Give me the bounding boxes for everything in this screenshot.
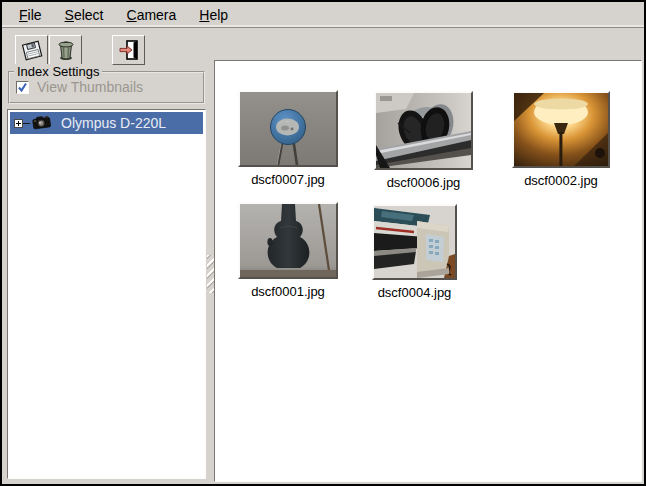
index-settings-title: Index Settings (14, 64, 102, 79)
menubar: File Select Camera Help (2, 2, 644, 28)
menu-camera[interactable]: Camera (118, 4, 186, 26)
thumbnail-item[interactable]: dscf0002.jpg (512, 91, 610, 188)
delete-button[interactable] (49, 35, 82, 65)
thumbnail-item[interactable]: dscf0006.jpg (374, 91, 473, 190)
thumbnail-filename: dscf0007.jpg (251, 172, 325, 187)
exit-button[interactable] (112, 35, 145, 65)
tree-expander-icon[interactable] (14, 119, 23, 128)
save-button[interactable] (15, 35, 48, 65)
view-thumbnails-checkbox[interactable] (16, 81, 29, 94)
app-window: File Select Camera Help (0, 0, 646, 486)
tree-item-olympus[interactable]: Olympus D-220L (10, 112, 203, 134)
view-thumbnails-label: View Thumbnails (37, 79, 143, 95)
tree-connector (23, 123, 30, 124)
thumbnail-item[interactable]: dscf0001.jpg (238, 202, 338, 299)
thumbnail-filename: dscf0004.jpg (378, 285, 452, 300)
camera-icon (31, 114, 52, 133)
menu-select[interactable]: Select (56, 4, 113, 26)
floppy-disk-icon (20, 38, 44, 62)
thumbnail-filename: dscf0006.jpg (387, 175, 461, 190)
thumbnail-item[interactable]: dscf0007.jpg (238, 90, 338, 187)
thumbnail-image[interactable] (372, 204, 457, 280)
thumbnail-panel: dscf0007.jpg (214, 60, 642, 482)
index-settings-frame: Index Settings View Thumbnails (8, 71, 205, 104)
menu-help[interactable]: Help (190, 4, 237, 26)
thumbnail-image[interactable] (238, 202, 338, 279)
camera-tree: Olympus D-220L (7, 109, 206, 479)
thumbnail-image[interactable] (374, 91, 473, 170)
menu-file[interactable]: File (10, 4, 51, 26)
thumbnail-image[interactable] (238, 90, 338, 167)
checkmark-icon (17, 82, 28, 93)
pane-divider[interactable] (207, 60, 214, 482)
thumbnail-filename: dscf0002.jpg (524, 173, 598, 188)
trash-icon (54, 38, 78, 62)
exit-door-icon (117, 38, 141, 62)
thumbnail-image[interactable] (512, 91, 610, 168)
thumbnail-filename: dscf0001.jpg (251, 284, 325, 299)
thumbnail-item[interactable]: dscf0004.jpg (372, 204, 457, 300)
tree-item-label: Olympus D-220L (61, 115, 166, 131)
divider-grip-handle[interactable] (207, 255, 214, 293)
